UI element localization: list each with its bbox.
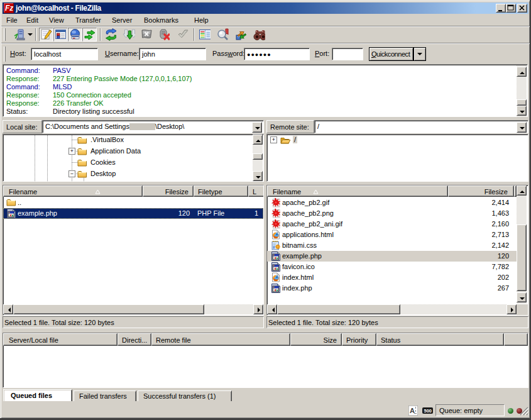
svg-text:500: 500 xyxy=(424,408,432,414)
svg-text:Fz: Fz xyxy=(5,4,13,13)
svg-text:A: A xyxy=(410,407,415,414)
